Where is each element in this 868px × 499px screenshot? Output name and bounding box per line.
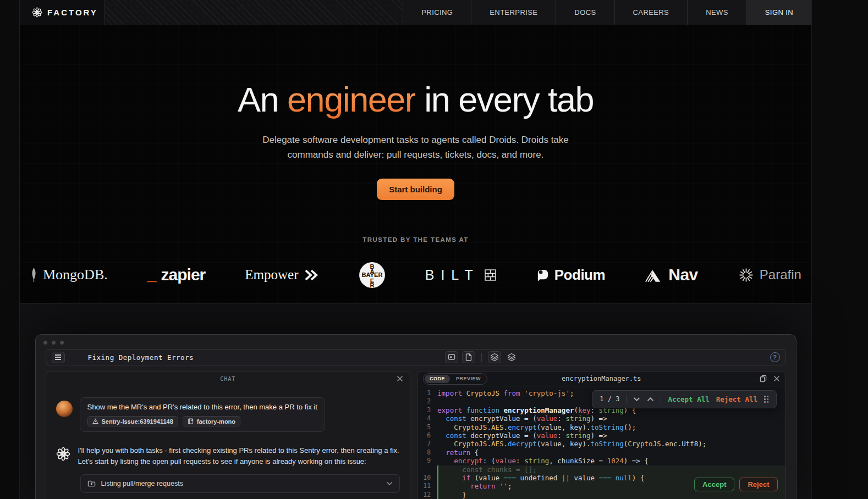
document-icon <box>464 353 473 362</box>
logo-zapier: _zapier <box>147 265 205 284</box>
logo-mongodb: MongoDB. <box>30 267 108 283</box>
divider <box>661 396 661 403</box>
layers-icon <box>507 353 516 362</box>
code-line: 5 CryptoJS.AES.encrypt(value, key).toStr… <box>417 423 785 431</box>
subtitle-line-1: Delegate software development tasks to a… <box>262 135 569 145</box>
menu-button[interactable] <box>52 352 65 363</box>
logo-bayer: BAER BAYER <box>359 262 386 289</box>
sentry-issue-chip[interactable]: Sentry-Issue:6391941148 <box>87 416 178 426</box>
chevron-down-icon[interactable] <box>633 397 640 402</box>
reject-button[interactable]: Reject <box>739 478 777 491</box>
close-icon[interactable] <box>397 375 403 382</box>
navbar-hatch-pattern <box>105 0 403 25</box>
tab-preview[interactable]: PREVIEW <box>451 375 486 383</box>
title-pre: An <box>238 80 287 119</box>
nav-item-pricing[interactable]: PRICING <box>403 0 471 25</box>
layers-alt-button[interactable] <box>505 351 518 363</box>
nav-mountain-icon <box>645 267 663 283</box>
navbar: FACTORY PRICING ENTERPRISE DOCS CAREERS … <box>20 0 811 25</box>
help-button[interactable]: ? <box>770 352 780 362</box>
layers-icon <box>490 353 499 362</box>
chat-view-button[interactable] <box>445 351 458 363</box>
chat-header-label: CHAT <box>220 376 235 382</box>
chat-panel: CHAT Show me the MR's and PR's related t… <box>46 371 411 499</box>
sentry-issue-chip-label: Sentry-Issue:6391941148 <box>102 418 173 425</box>
brand-logo[interactable]: FACTORY <box>20 0 105 25</box>
brand-name: FACTORY <box>47 8 98 17</box>
mongodb-leaf-icon <box>30 267 38 282</box>
nav-item-careers[interactable]: CAREERS <box>614 0 688 25</box>
context-chips: Sentry-Issue:6391941148 factory-mono <box>87 416 317 426</box>
code-panel-header: CODE PREVIEW encryptionManager.ts <box>417 372 785 386</box>
repo-chip[interactable]: factory-mono <box>183 416 240 426</box>
repo-icon <box>188 418 194 424</box>
drag-handle[interactable] <box>764 396 769 403</box>
bilt-label: BILT <box>425 267 480 283</box>
tool-call-row[interactable]: Listing pull/merge requests <box>80 474 400 493</box>
nav-items: PRICING ENTERPRISE DOCS CAREERS NEWS SIG… <box>403 0 811 25</box>
code-line: const chunks = []; <box>417 465 785 474</box>
page-title: An engineer in every tab <box>20 25 811 119</box>
divider <box>626 396 627 403</box>
logo-parafin: Parafin <box>738 267 801 284</box>
assistant-message-text: I'll help you with both tasks - first ch… <box>78 445 399 467</box>
chat-panel-header: CHAT <box>46 372 410 386</box>
comment-icon <box>447 353 456 362</box>
user-message: Show me the MR's and PR's related to thi… <box>56 397 400 432</box>
nav-item-sign-in[interactable]: SIGN IN <box>746 0 811 25</box>
document-view-button[interactable] <box>462 351 475 363</box>
bayer-label: BAYER <box>361 271 382 278</box>
assistant-line-2: Let's start by listing the open pull req… <box>78 457 366 465</box>
logo-empower: Empower <box>245 267 318 282</box>
accept-button[interactable]: Accept <box>694 478 734 491</box>
code-preview-toggle: CODE PREVIEW <box>423 373 487 385</box>
nav-item-enterprise[interactable]: ENTERPRISE <box>471 0 556 25</box>
nav-label: Nav <box>668 265 698 284</box>
layers-view-button[interactable] <box>488 351 501 363</box>
svg-text:R: R <box>370 282 374 289</box>
code-line: 4 const encryptValue = (value: string) =… <box>417 414 785 423</box>
user-message-bubble: Show me the MR's and PR's related to thi… <box>80 397 325 432</box>
reject-all-button[interactable]: Reject All <box>716 395 757 403</box>
window-panels: CHAT Show me the MR's and PR's related t… <box>46 371 786 499</box>
code-line: 7 CryptoJS.AES.decrypt(value, key).toStr… <box>417 440 785 448</box>
app-toolbar: Fixing Deployment Errors <box>46 349 786 365</box>
mongodb-label: MongoDB. <box>43 267 108 283</box>
code-line: 8 return { <box>417 448 785 457</box>
bayer-cross-icon: BAER BAYER <box>359 262 386 289</box>
parafin-label: Parafin <box>760 267 801 282</box>
code-line: 9 encrypt: (value: string, chunkSize = 1… <box>417 457 785 465</box>
diff-navigation-bar: 1 / 3 Accept All Reject All <box>592 390 776 408</box>
user-avatar <box>56 401 73 417</box>
window-traffic-dots[interactable] <box>36 335 796 345</box>
accept-all-button[interactable]: Accept All <box>668 395 709 403</box>
assistant-line-1: I'll help you with both tasks - first ch… <box>78 446 399 454</box>
factory-flower-icon <box>56 447 70 461</box>
chevron-up-icon[interactable] <box>647 397 654 402</box>
repo-chip-label: factory-mono <box>197 418 235 425</box>
tab-code[interactable]: CODE <box>425 375 450 383</box>
close-icon[interactable] <box>773 375 780 382</box>
code-editor[interactable]: 1import CryptoJS from 'crypto-js';2 3exp… <box>417 386 785 499</box>
start-building-button[interactable]: Start building <box>377 179 454 200</box>
factory-flower-icon <box>32 7 42 18</box>
bilt-grid-icon <box>485 269 496 281</box>
tool-call-label: Listing pull/merge requests <box>101 480 183 487</box>
warning-icon <box>92 418 98 424</box>
chevron-down-icon[interactable] <box>386 481 393 486</box>
diff-counter: 1 / 3 <box>600 395 619 403</box>
title-highlight: engineer <box>287 80 415 119</box>
app-window: Fixing Deployment Errors <box>35 334 796 499</box>
copy-icon[interactable] <box>760 375 767 382</box>
code-header-icons <box>760 375 780 382</box>
nav-item-docs[interactable]: DOCS <box>556 0 614 25</box>
demo-section: Fixing Deployment Errors <box>20 303 811 499</box>
nav-item-news[interactable]: NEWS <box>687 0 746 25</box>
code-line: 12 } <box>417 491 785 499</box>
logo-nav: Nav <box>645 265 698 284</box>
chat-body: Show me the MR's and PR's related to thi… <box>46 386 410 499</box>
toolbar-divider <box>481 353 482 362</box>
subtitle-line-2: commands and deliver: pull requests, tic… <box>288 149 544 160</box>
trusted-by-label: TRUSTED BY THE TEAMS AT <box>20 236 811 243</box>
podium-bubble-icon <box>536 268 550 282</box>
